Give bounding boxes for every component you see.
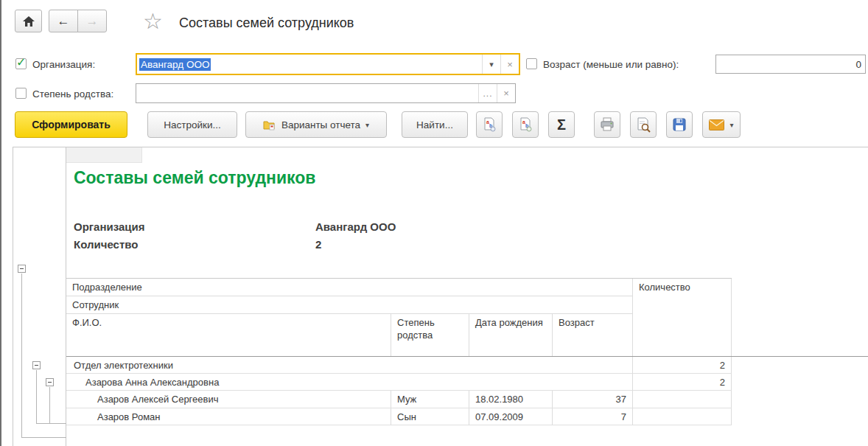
chevron-down-icon: ▾ <box>365 121 369 129</box>
collapse-group-icon-level2[interactable] <box>32 361 41 369</box>
check-icon: ✓ <box>16 55 26 69</box>
sigma-icon: Σ <box>557 116 566 133</box>
report-count-value: 2 <box>315 238 321 251</box>
age-checkbox[interactable] <box>526 58 537 69</box>
header-age: Возраст <box>553 314 633 356</box>
preview-magnifier-icon <box>635 117 651 133</box>
report-count-label: Количество <box>74 238 138 251</box>
organization-clear-button[interactable]: × <box>500 55 519 74</box>
header-birthdate-label: Дата рождения <box>475 316 543 329</box>
print-button[interactable] <box>594 111 620 138</box>
organization-dropdown-button[interactable]: ▾ <box>482 55 500 74</box>
cell-employee-name: Азарова Анна Александровна <box>85 377 219 388</box>
favorite-star-button[interactable]: ☆ <box>143 10 163 32</box>
preview-button[interactable] <box>630 111 657 138</box>
send-email-button[interactable]: ▾ <box>702 111 741 138</box>
organization-field-text[interactable]: Авангард ООО <box>137 55 482 74</box>
sum-button[interactable]: Σ <box>548 111 575 138</box>
kinship-clear-button[interactable]: × <box>497 84 515 102</box>
report-org-value: Авангард ООО <box>315 220 396 233</box>
cell-member-name: Азаров Роман <box>97 411 161 422</box>
tree-line-level1 <box>21 273 22 437</box>
settings-button[interactable]: Настройки... <box>147 111 237 138</box>
clear-icon: × <box>503 88 509 99</box>
forward-button[interactable]: → <box>77 10 107 32</box>
row-group-employee: Азарова Анна Александровна <box>66 374 633 391</box>
organization-label: Организация: <box>32 59 95 70</box>
row-member-birthdate: 07.09.2009 <box>469 408 553 425</box>
cell-department-name: Отдел электротехники <box>74 360 173 371</box>
organization-checkbox[interactable]: ✓ <box>15 58 27 69</box>
header-employee: Сотрудник <box>66 296 633 314</box>
cell-department-count: 2 <box>720 360 725 371</box>
spreadsheet-corner-cell <box>66 147 142 163</box>
header-fio: Ф.И.О. <box>66 314 391 356</box>
find-button[interactable]: Найти... <box>402 111 468 138</box>
window-left-border <box>0 0 1 446</box>
back-arrow-icon: ← <box>57 15 70 27</box>
row-group-department-count: 2 <box>633 357 732 374</box>
cell-member-age: 37 <box>616 394 626 405</box>
kinship-input[interactable] <box>136 84 478 102</box>
kinship-checkbox[interactable] <box>15 88 27 99</box>
chevron-down-icon: ▾ <box>489 60 494 69</box>
header-age-label: Возраст <box>559 316 595 329</box>
header-kinship-label: Степень родства <box>397 316 463 341</box>
row-member-age: 37 <box>553 391 633 408</box>
page-title: Составы семей сотрудников <box>179 15 354 31</box>
report-org-label: Организация <box>74 220 145 233</box>
row-member-kinship: Сын <box>391 408 469 425</box>
expand-groupings-button[interactable]: a b <box>476 111 503 138</box>
kinship-select-button[interactable]: ... <box>478 84 497 102</box>
star-icon: ☆ <box>143 9 163 33</box>
cell-member-kinship: Муж <box>397 394 416 405</box>
grouping-panel-left-border <box>13 147 13 446</box>
cell-member-kinship: Сын <box>397 411 416 422</box>
tree-line-level3 <box>49 387 50 423</box>
generate-button-label: Сформировать <box>32 119 111 130</box>
generate-button[interactable]: Сформировать <box>15 111 127 138</box>
back-button[interactable]: ← <box>49 10 78 32</box>
envelope-icon <box>709 119 724 130</box>
organization-combo-field[interactable]: Авангард ООО ▾ × <box>136 53 520 75</box>
row-member-count-empty <box>633 391 732 408</box>
header-department-label: Подразделение <box>72 281 142 293</box>
row-group-department: Отдел электротехники <box>66 357 633 374</box>
kinship-label: Степень родства: <box>32 88 113 100</box>
settings-button-label: Настройки... <box>164 119 220 130</box>
forward-arrow-icon: → <box>86 15 99 27</box>
age-label: Возраст (меньше или равно): <box>543 59 679 70</box>
report-title: Составы семей сотрудников <box>74 168 316 188</box>
header-birthdate: Дата рождения <box>469 314 553 356</box>
cell-member-birthdate: 07.09.2009 <box>475 411 523 422</box>
header-count-label: Количество <box>639 281 690 293</box>
home-icon <box>22 15 35 27</box>
row-member-kinship: Муж <box>391 391 469 408</box>
row-member-age: 7 <box>553 408 633 425</box>
header-fio-label: Ф.И.О. <box>72 316 102 329</box>
tree-connector-level1 <box>21 437 66 438</box>
home-button[interactable] <box>15 10 42 32</box>
header-kinship: Степень родства <box>391 314 469 356</box>
report-variants-button[interactable]: Варианты отчета ▾ <box>245 111 387 138</box>
find-button-label: Найти... <box>416 119 453 130</box>
age-input[interactable] <box>716 55 865 73</box>
tree-connector-level2 <box>36 423 66 424</box>
collapse-group-icon-level3[interactable] <box>46 378 54 386</box>
save-button[interactable] <box>666 111 693 138</box>
organization-selected-text: Авангард ООО <box>139 58 211 71</box>
cell-member-birthdate: 18.02.1980 <box>475 394 523 405</box>
row-member-birthdate: 18.02.1980 <box>469 391 553 408</box>
cell-employee-count: 2 <box>720 377 725 388</box>
collapse-groupings-button[interactable]: a b <box>512 111 539 138</box>
cell-member-name: Азаров Алексей Сергеевич <box>97 394 218 405</box>
clear-icon: × <box>507 59 513 70</box>
document-letters-icon: a b <box>482 117 497 132</box>
document-letters-icon: a b <box>518 117 533 132</box>
row-member-name: Азаров Алексей Сергеевич <box>66 391 391 408</box>
header-department: Подразделение <box>66 279 633 296</box>
floppy-disk-icon <box>672 117 687 132</box>
folder-icon <box>263 119 276 130</box>
collapse-group-icon-level1[interactable] <box>18 265 26 273</box>
header-count: Количество <box>633 279 732 356</box>
